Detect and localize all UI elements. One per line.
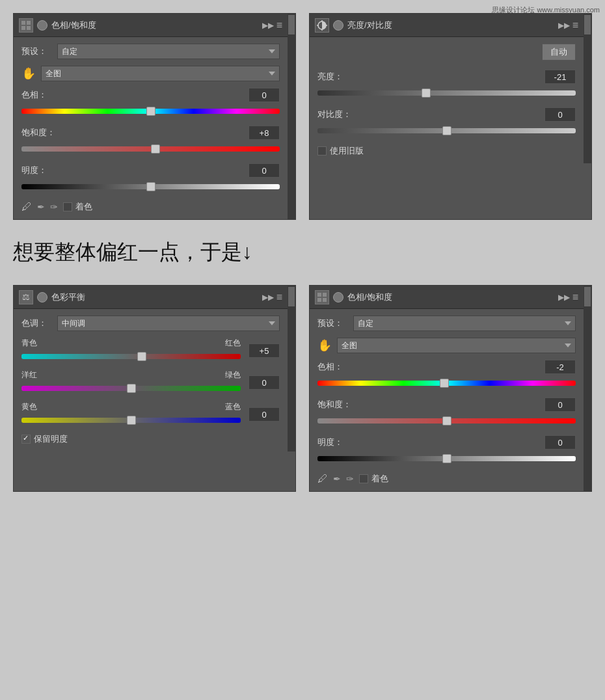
scroll-thumb-cb[interactable]: [288, 287, 295, 306]
panel-controls: ▶▶ ≡: [262, 20, 282, 31]
hue-value[interactable]: 0: [249, 88, 280, 102]
lightness-section-bot: 明度： 0: [317, 435, 576, 465]
scroll-thumb-hsl-bot[interactable]: [584, 287, 591, 306]
panel-title-hsl-top: 色相/饱和度: [51, 20, 96, 31]
brightness-thumb[interactable]: [422, 88, 431, 98]
lightness-value-bot[interactable]: 0: [544, 435, 576, 450]
scrollbar-top-right[interactable]: [584, 14, 591, 163]
eyedropper2-icon-bot[interactable]: ✒: [333, 474, 341, 484]
yellow-blue-thumb[interactable]: [127, 416, 136, 425]
eyedropper1-icon[interactable]: 🖊: [21, 201, 32, 213]
visibility-icon-hsl-bot[interactable]: [333, 292, 343, 303]
cb-icon-box: ⚖: [19, 290, 33, 304]
hue-slider-bot[interactable]: [317, 377, 576, 390]
panel-title-hsl-bot: 色相/饱和度: [347, 291, 392, 303]
hue-thumb[interactable]: [146, 107, 155, 116]
scrollbar-bottom-right[interactable]: [584, 286, 591, 491]
saturation-label: 饱和度：: [21, 127, 55, 139]
preset-select[interactable]: 自定: [57, 44, 280, 59]
panel-header-cb: ⚖ 色彩平衡 ▶▶ ≡: [14, 286, 288, 309]
yellow-blue-value[interactable]: 0: [249, 407, 280, 422]
magenta-green-track-wrap[interactable]: [21, 382, 241, 395]
eyedropper2-icon[interactable]: ✒: [37, 202, 45, 212]
visibility-icon[interactable]: [37, 20, 47, 31]
lightness-slider-bot[interactable]: [317, 452, 576, 465]
channel-row: ✋ 全图: [21, 66, 280, 81]
colorize-checkbox-bot[interactable]: 着色: [359, 473, 388, 485]
brightness-value[interactable]: -21: [544, 70, 576, 84]
hsl-bot-icon-box: [315, 290, 329, 304]
contrast-slider[interactable]: [317, 124, 576, 137]
scrollbar-top-left[interactable]: [288, 14, 295, 219]
panel-menu-icon-bc[interactable]: ≡: [572, 20, 578, 31]
tone-select[interactable]: 中间调: [57, 316, 280, 331]
brightness-contrast-panel: 亮度/对比度 ▶▶ ≡ 自动: [309, 13, 592, 220]
visibility-icon-bc[interactable]: [333, 20, 343, 31]
saturation-thumb[interactable]: [151, 144, 160, 154]
preserve-checkbox-box[interactable]: [21, 435, 31, 444]
cyan-red-track-wrap[interactable]: [21, 350, 241, 363]
panel-menu-icon[interactable]: ≡: [276, 20, 282, 31]
lightness-thumb[interactable]: [146, 182, 155, 191]
saturation-section-bot: 饱和度： 0: [317, 397, 576, 427]
magenta-green-thumb[interactable]: [127, 384, 136, 393]
channel-select-bot[interactable]: 全图: [337, 338, 576, 353]
forward-icon-cb[interactable]: ▶▶: [262, 293, 274, 302]
brightness-slider[interactable]: [317, 87, 576, 100]
scroll-thumb-bc[interactable]: [584, 15, 591, 34]
auto-button[interactable]: 自动: [542, 44, 576, 61]
magenta-label: 洋红: [21, 370, 37, 381]
forward-icon[interactable]: ▶▶: [262, 21, 274, 30]
forward-icon-hsl-bot[interactable]: ▶▶: [558, 293, 570, 302]
contrast-thumb[interactable]: [442, 126, 451, 135]
cyan-red-value[interactable]: +5: [249, 343, 280, 358]
colorize-checkbox-box[interactable]: [63, 202, 72, 211]
cyan-red-row: 青色 红色 +5: [21, 338, 280, 363]
hue-label: 色相：: [21, 89, 47, 101]
saturation-slider-track[interactable]: [21, 142, 280, 155]
contrast-value[interactable]: 0: [544, 107, 576, 122]
legacy-checkbox-box[interactable]: [317, 146, 327, 155]
preset-select-bot[interactable]: 自定: [353, 316, 576, 331]
saturation-value[interactable]: +8: [249, 126, 280, 140]
forward-icon-bc[interactable]: ▶▶: [558, 21, 570, 30]
colorize-checkbox[interactable]: 着色: [63, 201, 92, 213]
tone-label: 色调：: [21, 317, 57, 329]
saturation-value-bot[interactable]: 0: [544, 397, 576, 412]
panel-menu-icon-hsl-bot[interactable]: ≡: [572, 291, 578, 303]
svg-rect-1: [27, 21, 31, 25]
panel-icon-box: [19, 18, 33, 33]
yellow-blue-track-wrap[interactable]: [21, 414, 241, 427]
eyedropper3-icon-bot[interactable]: ✑: [346, 474, 354, 484]
panel-menu-icon-cb[interactable]: ≡: [276, 291, 282, 303]
channel-row-bot: ✋ 全图: [317, 338, 576, 353]
eyedropper3-icon[interactable]: ✑: [50, 202, 58, 212]
lightness-thumb-bot[interactable]: [442, 454, 451, 463]
panel-header-left-bc: 亮度/对比度: [315, 18, 392, 33]
lightness-label-bot: 明度：: [317, 437, 343, 448]
hue-thumb-bot[interactable]: [440, 379, 449, 388]
lightness-slider-track[interactable]: [21, 180, 280, 193]
preset-row-bot: 预设： 自定: [317, 316, 576, 331]
preset-label: 预设：: [21, 46, 57, 57]
visibility-icon-cb[interactable]: [37, 292, 47, 303]
hue-value-bot[interactable]: -2: [544, 360, 576, 374]
brightness-section: 亮度： -21: [317, 70, 576, 100]
hand-icon: ✋: [21, 66, 41, 81]
lightness-value[interactable]: 0: [249, 163, 280, 178]
scroll-thumb[interactable]: [288, 15, 295, 34]
preserve-checkbox[interactable]: 保留明度: [21, 433, 280, 445]
panel-controls-hsl-bot: ▶▶ ≡: [558, 291, 578, 303]
scrollbar-bottom-left[interactable]: [288, 286, 295, 451]
magenta-green-value[interactable]: 0: [249, 375, 280, 390]
panel-body-cb: 色调： 中间调 青色 红色: [14, 309, 288, 451]
channel-select[interactable]: 全图: [41, 66, 280, 81]
hue-slider-track[interactable]: [21, 105, 280, 118]
eyedropper1-icon-bot[interactable]: 🖊: [317, 473, 328, 485]
colorize-checkbox-box-bot[interactable]: [359, 474, 368, 483]
saturation-thumb-bot[interactable]: [442, 416, 451, 425]
cyan-red-thumb[interactable]: [137, 352, 146, 361]
bc-icon-box: [315, 18, 329, 33]
saturation-slider-bot[interactable]: [317, 414, 576, 427]
legacy-checkbox[interactable]: 使用旧版: [317, 145, 576, 157]
